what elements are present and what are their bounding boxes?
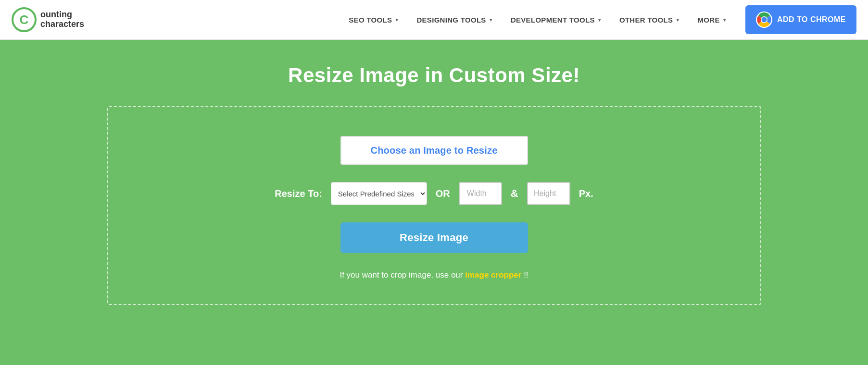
px-label: Px.	[579, 188, 593, 199]
chevron-down-icon: ▼	[675, 17, 680, 23]
nav-item-more[interactable]: MORE ▼	[689, 0, 736, 40]
nav-label-seo-tools: SEO TOOLS	[349, 16, 392, 24]
resize-to-label: Resize To:	[275, 188, 322, 199]
main-nav: SEO TOOLS ▼ DESIGNING TOOLS ▼ DEVELOPMEN…	[340, 0, 736, 39]
nav-item-seo-tools[interactable]: SEO TOOLS ▼	[340, 0, 408, 40]
width-input[interactable]	[459, 182, 502, 205]
choose-image-button[interactable]: Choose an Image to Resize	[340, 136, 528, 165]
add-chrome-label: ADD TO CHROME	[777, 15, 846, 24]
main-content: Resize Image in Custom Size! Choose an I…	[0, 40, 868, 365]
nav-label-designing-tools: DESIGNING TOOLS	[416, 16, 486, 24]
svg-point-2	[761, 17, 767, 23]
tool-container: Choose an Image to Resize Resize To: Sel…	[107, 106, 761, 305]
chevron-down-icon: ▼	[597, 17, 602, 23]
ampersand-symbol: &	[511, 187, 518, 200]
or-text: OR	[436, 188, 450, 199]
nav-label-more: MORE	[698, 16, 720, 24]
height-input[interactable]	[527, 182, 570, 205]
crop-hint-suffix: !!	[524, 270, 528, 280]
chevron-down-icon: ▼	[394, 17, 399, 23]
nav-item-development-tools[interactable]: DEVELOPMENT TOOLS ▼	[502, 0, 611, 40]
chrome-icon	[756, 12, 772, 28]
nav-item-designing-tools[interactable]: DESIGNING TOOLS ▼	[408, 0, 502, 40]
add-to-chrome-button[interactable]: ADD TO CHROME	[745, 5, 856, 34]
page-title: Resize Image in Custom Size!	[288, 64, 580, 87]
chevron-down-icon: ▼	[489, 17, 493, 23]
predefined-sizes-select[interactable]: Select Predefined Sizes 100x100 200x200 …	[331, 182, 427, 205]
nav-item-other-tools[interactable]: OTHER TOOLS ▼	[611, 0, 689, 40]
chevron-down-icon: ▼	[722, 17, 727, 23]
nav-label-other-tools: OTHER TOOLS	[619, 16, 673, 24]
resize-image-button[interactable]: Resize Image	[340, 222, 528, 253]
site-header: C ounting characters SEO TOOLS ▼ DESIGNI…	[0, 0, 868, 40]
logo-link[interactable]: C ounting characters	[12, 7, 84, 32]
choose-image-label: Choose an Image to Resize	[371, 145, 498, 156]
logo-c-letter: C	[12, 7, 37, 32]
crop-hint-text: If you want to crop image, use our	[340, 270, 463, 280]
crop-link-text: image cropper	[465, 270, 521, 280]
logo-text: ounting characters	[40, 10, 84, 29]
resize-row: Resize To: Select Predefined Sizes 100x1…	[275, 182, 593, 205]
crop-hint: If you want to crop image, use our image…	[340, 270, 528, 280]
nav-label-development-tools: DEVELOPMENT TOOLS	[511, 16, 595, 24]
image-cropper-link[interactable]: image cropper	[465, 270, 524, 280]
resize-image-label: Resize Image	[400, 231, 468, 243]
